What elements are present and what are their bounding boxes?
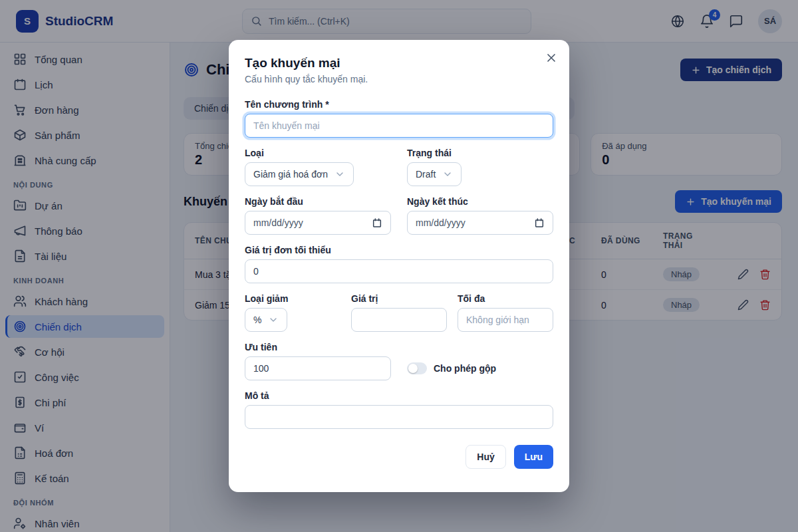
create-promotion-modal: Tạo khuyến mại Cấu hình quy tắc khuyến m… (229, 40, 569, 492)
chevron-down-icon (442, 169, 453, 180)
modal-subtitle: Cấu hình quy tắc khuyến mại. (245, 74, 553, 84)
type-select[interactable]: Giảm giá hoá đơn (245, 162, 354, 186)
priority-input[interactable] (245, 356, 391, 380)
max-label: Tối đa (458, 293, 553, 304)
stackable-toggle[interactable] (407, 362, 427, 374)
description-input[interactable] (245, 405, 553, 429)
status-select[interactable]: Draft (407, 162, 462, 186)
type-label: Loại (245, 148, 391, 158)
name-label: Tên chương trình * (245, 99, 553, 110)
description-label: Mô tả (245, 390, 553, 401)
chevron-down-icon (334, 169, 345, 180)
status-select-value: Draft (416, 169, 436, 180)
save-button[interactable]: Lưu (514, 445, 553, 469)
priority-label: Ưu tiên (245, 342, 391, 352)
toggle-knob (408, 364, 418, 373)
stackable-label: Cho phép gộp (434, 363, 496, 374)
date-placeholder: mm/dd/yyyy (253, 217, 303, 228)
close-icon[interactable] (545, 51, 558, 65)
calendar-icon[interactable] (534, 217, 545, 228)
end-date-input[interactable]: mm/dd/yyyy (407, 211, 553, 235)
start-date-label: Ngày bắt đầu (245, 196, 391, 207)
discount-type-select[interactable]: % (245, 308, 287, 332)
discount-type-label: Loại giảm (245, 293, 340, 304)
min-order-label: Giá trị đơn tối thiểu (245, 245, 553, 255)
status-label: Trạng thái (407, 148, 553, 158)
date-placeholder: mm/dd/yyyy (416, 217, 466, 228)
promotion-name-input[interactable] (245, 114, 553, 138)
value-label: Giá trị (351, 293, 447, 304)
start-date-input[interactable]: mm/dd/yyyy (245, 211, 391, 235)
max-input[interactable] (458, 308, 553, 332)
modal-title: Tạo khuyến mại (245, 56, 553, 70)
end-date-label: Ngày kết thúc (407, 196, 553, 207)
min-order-input[interactable] (245, 259, 553, 283)
cancel-button[interactable]: Huỷ (466, 445, 505, 469)
discount-type-value: % (253, 315, 261, 325)
calendar-icon[interactable] (372, 217, 382, 228)
value-input[interactable] (351, 308, 447, 332)
type-select-value: Giảm giá hoá đơn (253, 169, 328, 180)
chevron-down-icon (268, 315, 279, 325)
